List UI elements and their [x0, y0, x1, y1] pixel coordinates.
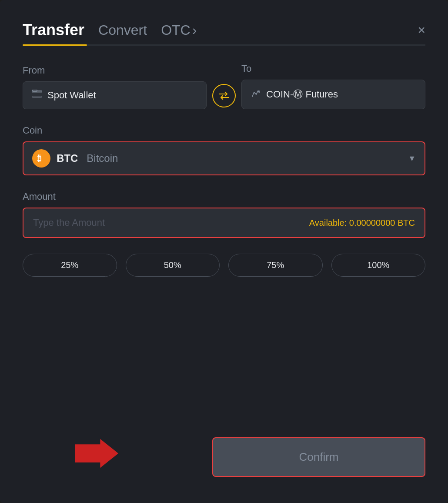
tab-underline-container — [23, 44, 425, 46]
percent-25-button[interactable]: 25% — [23, 254, 117, 277]
amount-label: Amount — [23, 191, 425, 202]
arrow-icon — [75, 436, 118, 471]
from-label: From — [23, 65, 207, 76]
from-to-section: From Spot Wallet — [23, 63, 425, 109]
amount-available: Available: 0.00000000 BTC — [309, 218, 415, 228]
transfer-modal: Transfer Convert OTC › × From — [0, 0, 448, 503]
modal-header: Transfer Convert OTC › × — [23, 21, 425, 39]
tab-convert[interactable]: Convert — [98, 22, 147, 38]
bottom-area: Confirm — [23, 437, 425, 477]
amount-box: Type the Amount Available: 0.00000000 BT… — [23, 208, 425, 238]
close-button[interactable]: × — [418, 23, 425, 37]
percent-row: 25% 50% 75% 100% — [23, 254, 425, 277]
coin-selector[interactable]: ₿ BTC Bitcoin ▼ — [23, 141, 425, 175]
percent-50-button[interactable]: 50% — [126, 254, 220, 277]
futures-icon — [251, 88, 261, 101]
to-wallet-name: COIN-Ⓜ Futures — [266, 88, 338, 101]
from-column: From Spot Wallet — [23, 65, 207, 109]
from-wallet-name: Spot Wallet — [47, 90, 96, 101]
svg-marker-4 — [75, 439, 118, 468]
btc-icon: ₿ — [32, 149, 50, 168]
coin-chevron-icon: ▼ — [408, 154, 416, 163]
tab-underline-active — [23, 44, 87, 46]
percent-75-button[interactable]: 75% — [228, 254, 323, 277]
svg-rect-2 — [33, 90, 37, 91]
to-column: To COIN-Ⓜ Futures — [241, 63, 425, 109]
swap-button[interactable] — [212, 84, 236, 107]
percent-100-button[interactable]: 100% — [331, 254, 426, 277]
arrow-container — [75, 436, 118, 473]
coin-section: Coin ₿ BTC Bitcoin ▼ — [23, 125, 425, 175]
svg-text:₿: ₿ — [37, 154, 41, 163]
amount-placeholder: Type the Amount — [33, 217, 105, 228]
tab-otc[interactable]: OTC › — [161, 22, 197, 38]
available-value: 0.00000000 BTC — [349, 218, 415, 228]
coin-label: Coin — [23, 125, 425, 136]
to-wallet-selector[interactable]: COIN-Ⓜ Futures — [241, 80, 425, 109]
from-to-row: From Spot Wallet — [23, 63, 425, 109]
from-wallet-selector[interactable]: Spot Wallet — [23, 81, 207, 109]
swap-btn-container — [207, 84, 241, 109]
coin-symbol: BTC — [57, 152, 78, 164]
amount-section: Amount Type the Amount Available: 0.0000… — [23, 191, 425, 238]
tab-transfer[interactable]: Transfer — [23, 21, 84, 39]
wallet-icon — [32, 90, 42, 101]
coin-full-name: Bitcoin — [87, 152, 118, 164]
to-label: To — [241, 63, 425, 74]
confirm-button[interactable]: Confirm — [212, 437, 425, 477]
